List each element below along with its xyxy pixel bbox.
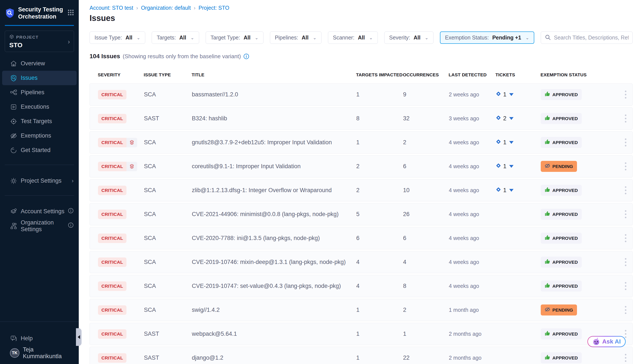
- issue-type: SCA: [144, 187, 192, 194]
- breadcrumb-link[interactable]: Project: STO: [199, 5, 229, 11]
- thumbs-up-icon: [545, 211, 550, 218]
- last-detected: 4 weeks ago: [449, 283, 496, 289]
- occurrences: 1: [403, 330, 449, 337]
- row-menu-kebab-icon[interactable]: [623, 232, 628, 244]
- sidebar-item-project-settings[interactable]: Project Settings ›: [2, 174, 77, 188]
- sidebar-item-issues[interactable]: Issues: [2, 71, 77, 85]
- exemption-status-label: APPROVED: [552, 116, 578, 121]
- issue-title: webpack@5.64.1: [192, 330, 356, 337]
- table-row[interactable]: CRITICAL SCA swig//1.4.2 1 2 1 month ago…: [90, 299, 633, 321]
- ticket-dropdown[interactable]: 1: [496, 91, 513, 98]
- caret-down-icon: [509, 165, 513, 168]
- breadcrumb-link[interactable]: Organization: default: [141, 5, 191, 11]
- table-row[interactable]: CRITICAL SCA bassmaster//1.2.0 1 9 2 wee…: [90, 84, 633, 106]
- sidebar-item-pipelines[interactable]: Pipelines: [2, 85, 77, 100]
- exemption-status-label: APPROVED: [552, 355, 578, 360]
- project-name: STO: [9, 42, 68, 49]
- breadcrumb-link[interactable]: Account: STO test: [90, 5, 133, 11]
- filter-chip-severity[interactable]: Severity: All ⌄: [384, 32, 433, 44]
- info-icon[interactable]: [243, 54, 249, 59]
- exemption-status-badge: APPROVED: [541, 352, 582, 363]
- row-menu-kebab-icon[interactable]: [623, 184, 628, 196]
- jira-ticket-icon: [496, 163, 501, 170]
- filter-chip-issue-type[interactable]: Issue Type: All ⌄: [90, 32, 145, 44]
- row-menu-kebab-icon[interactable]: [623, 352, 628, 364]
- table-row[interactable]: CRITICAL SCA zlib@1:1.2.13.dfsg-1: Integ…: [90, 179, 633, 202]
- project-selector[interactable]: PROJECT STO ›: [5, 30, 74, 52]
- chevron-down-icon: ⌄: [525, 35, 529, 40]
- thumbs-up-icon: [545, 115, 550, 122]
- caret-down-icon: [509, 189, 513, 192]
- app-switcher-grid-icon[interactable]: [68, 9, 74, 16]
- search-input[interactable]: [554, 34, 628, 41]
- column-header: OCCURRENCES: [403, 72, 449, 78]
- chevron-right-icon: ›: [68, 38, 70, 45]
- row-menu-kebab-icon[interactable]: [623, 280, 628, 292]
- exemption-status-badge: APPROVED: [541, 328, 582, 340]
- jira-ticket-icon: [496, 91, 501, 98]
- row-menu-kebab-icon[interactable]: [623, 89, 628, 100]
- thumbs-up-icon: [545, 187, 550, 194]
- sidebar-item-test-targets[interactable]: Test Targets: [2, 114, 77, 128]
- exemption-status-badge: APPROVED: [541, 233, 582, 244]
- table-row[interactable]: CRITICAL SAST django@1.2 1 22 2 months a…: [90, 347, 633, 364]
- sidebar-item-organization-settings[interactable]: Organization Settings: [2, 219, 77, 233]
- issue-title: CVE-2021-44906: minimist@0.0.8 (lang-pkg…: [192, 211, 356, 218]
- avatar: TK: [10, 348, 20, 358]
- sidebar-item-exemptions[interactable]: Exemptions: [2, 128, 77, 143]
- org-gear-icon: [10, 222, 17, 230]
- filter-chip-pipelines[interactable]: Pipelines: All ⌄: [270, 32, 322, 44]
- home-icon: [10, 60, 17, 67]
- row-menu-kebab-icon[interactable]: [623, 161, 628, 172]
- table-row[interactable]: CRITICAL SCA CVE-2021-44906: minimist@0.…: [90, 203, 633, 225]
- table-row[interactable]: CRITICAL SCA coreutils@9.1-1: Improper I…: [90, 155, 633, 178]
- severity-badge: CRITICAL: [98, 162, 137, 171]
- row-menu-kebab-icon[interactable]: [623, 208, 628, 220]
- issue-title: gnutls28@3.7.9-2+deb12u5: Improper Input…: [192, 139, 356, 146]
- last-detected: 4 weeks ago: [449, 235, 496, 241]
- table-row[interactable]: CRITICAL SCA CVE-2019-10747: set-value@0…: [90, 275, 633, 297]
- exemption-layers-icon: [127, 162, 137, 171]
- targets-impacted: 4: [356, 283, 403, 290]
- sidebar-item-label: Pipelines: [21, 89, 74, 96]
- issue-title: CVE-2019-10746: mixin-deep@1.3.1 (lang-p…: [192, 259, 356, 266]
- issue-type: SCA: [144, 211, 192, 218]
- get-started-icon: [10, 147, 17, 154]
- filter-chip-exemption-status[interactable]: Exemption Status: Pending +1 ⌄: [440, 32, 534, 44]
- eye-off-icon: [10, 132, 17, 140]
- occurrences: 22: [403, 354, 449, 361]
- filter-chip-scanner[interactable]: Scanner: All ⌄: [328, 32, 378, 44]
- row-menu-kebab-icon[interactable]: [623, 137, 628, 148]
- issue-type: SCA: [144, 139, 192, 146]
- issue-type: SAST: [144, 354, 192, 361]
- row-menu-kebab-icon[interactable]: [623, 304, 628, 316]
- sidebar-item-help[interactable]: ? Help: [2, 331, 77, 346]
- occurrences: 6: [403, 163, 449, 170]
- ticket-dropdown[interactable]: 1: [496, 163, 513, 170]
- ticket-dropdown[interactable]: 1: [496, 139, 513, 146]
- column-header: LAST DETECTED: [449, 72, 495, 78]
- table-row[interactable]: CRITICAL SCA CVE-2019-10746: mixin-deep@…: [90, 251, 633, 273]
- occurrences: 26: [403, 211, 449, 218]
- sidebar-item-get-started[interactable]: Get Started: [2, 143, 77, 158]
- row-menu-kebab-icon[interactable]: [623, 256, 628, 268]
- last-detected: 4 weeks ago: [449, 259, 496, 265]
- issue-type: SAST: [144, 330, 192, 337]
- sidebar-item-account-settings[interactable]: Account Settings: [2, 204, 77, 219]
- sidebar-item-executions[interactable]: Executions: [2, 100, 77, 114]
- sidebar-collapse-handle[interactable]: [76, 328, 82, 346]
- ticket-dropdown[interactable]: 1: [496, 187, 513, 194]
- ask-ai-button[interactable]: Ask AI: [587, 336, 626, 347]
- row-menu-kebab-icon[interactable]: [623, 113, 628, 124]
- table-row[interactable]: CRITICAL SAST B324: hashlib 8 32 3 weeks…: [90, 108, 633, 130]
- ticket-dropdown[interactable]: 2: [496, 115, 513, 122]
- table-row[interactable]: CRITICAL SAST webpack@5.64.1 1 1 2 month…: [90, 323, 633, 345]
- filter-chip-targets[interactable]: Targets: All ⌄: [152, 32, 199, 44]
- severity-badge: CRITICAL: [98, 258, 127, 267]
- filter-chip-target-type[interactable]: Target Type: All ⌄: [206, 32, 263, 44]
- targets-impacted: 1: [356, 307, 403, 313]
- user-profile[interactable]: TK Teja Kummarikuntla: [2, 346, 77, 360]
- table-row[interactable]: CRITICAL SCA CVE-2020-7788: ini@1.3.5 (l…: [90, 227, 633, 249]
- table-row[interactable]: CRITICAL SCA gnutls28@3.7.9-2+deb12u5: I…: [90, 131, 633, 154]
- sidebar-item-overview[interactable]: Overview: [2, 56, 77, 71]
